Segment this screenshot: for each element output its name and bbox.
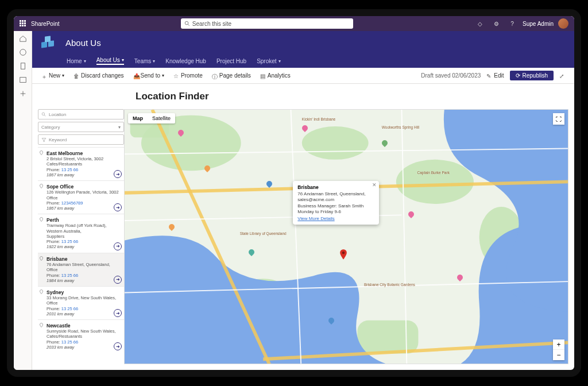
location-category: Cafes/Restuarants [47,161,122,167]
info-line: sales@acme.com [297,197,374,203]
app-launcher-icon[interactable] [20,20,26,27]
nav-item-knowledge-hub[interactable]: Knowledge Hub [165,58,206,64]
location-item[interactable]: Sydney 33 Morang Drive, New South Wales,… [38,286,124,319]
zoom-in-button[interactable]: + [553,339,564,350]
svg-line-21 [291,110,302,364]
location-phone: Phone: 123456789 [47,200,122,206]
draft-status: Draft saved 02/06/2023 [421,72,481,79]
nav-item-teams[interactable]: Teams▾ [134,58,155,64]
location-filter[interactable]: Location [38,109,124,119]
pin-icon [39,150,44,155]
nav-item-project-hub[interactable]: Project Hub [216,58,246,64]
info-line: Monday to Friday 9-6 [297,209,374,215]
location-item[interactable]: Sope Office 126 Wellington Parade, Victo… [38,180,124,214]
suite-bar: SharePoint Search this site ◇ ⚙ ? Supe A… [14,16,574,31]
map-marker[interactable] [339,249,347,257]
location-category: Cafes/Restuarants [47,334,122,339]
location-panel: Location Category ▾ Keyword East Melbour… [38,109,124,364]
help-icon[interactable]: ? [506,18,518,29]
settings-icon[interactable]: ⚙ [490,18,502,29]
filter-icon [41,137,47,142]
page-title: Location Finder [32,84,574,109]
page-details-button[interactable]: ⓘPage details [208,72,254,79]
location-phone: Phone: 13 25 66 [47,273,122,278]
search-placeholder: Search this site [192,21,231,27]
directions-button[interactable]: ➜ [114,309,122,317]
location-address: 33 Morang Drive, New South Wales, [47,295,122,300]
nav-item-about-us[interactable]: About Us▾ [96,57,124,65]
location-name: Newcastle [47,323,122,329]
rail-plus-icon[interactable] [19,90,27,98]
left-rail [14,31,32,370]
location-item[interactable]: Newcastle Sunnyside Road, New South Wale… [38,319,124,353]
location-category: Office [47,267,122,272]
pin-icon [39,323,44,327]
expand-button[interactable]: ⤢ [556,73,568,79]
map-mode-satellite[interactable]: Satellite [148,113,175,123]
location-item[interactable]: East Melbourne 2 Bristol Street, Victori… [38,147,124,180]
pin-icon [39,217,44,222]
location-address: 76 Andaman Street, Queensland, [47,262,122,267]
svg-rect-3 [21,63,25,70]
search-icon [41,112,47,117]
map-type-control[interactable]: Map Satellite [128,113,175,123]
svg-point-2 [20,49,26,56]
location-address: Tramway Road (off York Road), Western Au… [47,223,122,234]
location-name: Brisbane [47,256,122,262]
nav-item-home[interactable]: Home▾ [67,58,86,64]
location-distance: 1984 km away [47,278,122,283]
location-name: Sope Office [47,184,122,190]
location-item[interactable]: Brisbane 76 Andaman Street, Queensland, … [38,253,124,286]
directions-button[interactable]: ➜ [114,276,122,284]
svg-point-0 [185,21,188,25]
svg-line-19 [125,149,568,155]
rail-home-icon[interactable] [19,34,27,43]
map[interactable]: Kickin' Indi Brisbane Woolworths Spring … [124,109,568,364]
search-icon [184,21,190,26]
location-list: East Melbourne 2 Bristol Street, Victori… [38,147,124,364]
info-title: Brisbane [297,184,374,190]
republish-button[interactable]: ⟳Republish [510,71,554,80]
svg-line-22 [402,110,408,364]
keyword-filter[interactable]: Keyword [38,134,124,145]
zoom-out-button[interactable]: − [553,350,564,360]
location-phone: Phone: 13 25 66 [47,239,122,244]
svg-point-7 [42,113,45,115]
search-box[interactable]: Search this site [181,18,353,29]
svg-line-18 [263,342,568,359]
view-details-link[interactable]: View More Details [297,216,334,221]
location-distance: 1867 km away [47,206,122,211]
location-distance: 2033 km away [47,345,122,350]
chevron-down-icon: ▾ [118,125,121,130]
directions-button[interactable]: ➜ [114,242,122,250]
site-logo[interactable] [40,35,55,50]
info-line: Business Manager: Sarah Smith [297,203,374,209]
promote-button[interactable]: ☆Promote [170,72,206,79]
nav-item-sproket[interactable]: Sproket▾ [257,58,280,64]
analytics-button[interactable]: ▤Analytics [257,72,294,79]
svg-line-8 [44,115,45,116]
location-item[interactable]: Perth Tramway Road (off York Road), West… [38,214,124,253]
edit-button[interactable]: ✎Edit [483,72,507,79]
location-address: Sunnyside Road, New South Wales, [47,329,122,334]
location-category: Office [47,195,122,200]
command-bar: ＋New▾ 🗑Discard changes 📤Send to▾ ☆Promot… [32,68,574,84]
svg-line-17 [152,110,280,364]
rail-news-icon[interactable] [19,76,27,84]
map-mode-map[interactable]: Map [128,113,148,123]
category-filter[interactable]: Category ▾ [38,122,124,132]
close-icon[interactable]: ✕ [372,182,377,188]
fullscreen-button[interactable]: ⛶ [553,113,564,125]
rail-doc-icon[interactable] [19,62,27,70]
location-name: East Melbourne [47,150,122,156]
location-address: 2 Bristol Street, Victoria, 3002 [47,156,122,161]
location-distance: 1867 km away [47,172,122,177]
zoom-control: + − [553,339,564,360]
new-button[interactable]: ＋New▾ [38,72,68,79]
send-to-button[interactable]: 📤Send to▾ [130,72,168,79]
discard-button[interactable]: 🗑Discard changes [70,72,127,79]
rail-globe-icon[interactable] [19,48,27,56]
location-distance: 2031 km away [47,311,122,316]
avatar[interactable] [558,18,568,29]
megaphone-icon[interactable]: ◇ [474,18,486,29]
